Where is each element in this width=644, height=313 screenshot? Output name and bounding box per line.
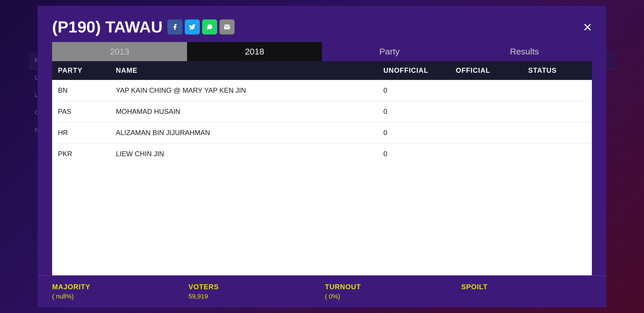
close-button[interactable]: × xyxy=(583,19,592,34)
stat-voters: VOTERS 59,919 xyxy=(189,283,319,300)
cell-unofficial: 0 xyxy=(383,86,456,94)
modal-title: (P190) TAWAU xyxy=(52,17,163,36)
tab-2018[interactable]: 2018 xyxy=(187,42,322,61)
tab-results[interactable]: Results xyxy=(457,42,592,61)
cell-name: LIEW CHIN JIN xyxy=(116,150,383,158)
tab-2013[interactable]: 2013 xyxy=(52,42,187,61)
modal-title-area: (P190) TAWAU xyxy=(52,17,235,36)
modal-footer: MAJORITY ( null%) VOTERS 59,919 TURNOUT … xyxy=(38,275,606,307)
table-row: PKR LIEW CHIN JIN 0 xyxy=(52,143,592,164)
stat-spoilt: SPOILT xyxy=(461,283,592,300)
spoilt-label: SPOILT xyxy=(461,283,592,291)
cell-name: ALIZAMAN BIN JIJURAHMAN xyxy=(116,129,383,137)
cell-party: BN xyxy=(58,86,116,94)
table-container: PARTY NAME UNOFFICIAL OFFICIAL STATUS BN… xyxy=(52,61,592,275)
voters-value: 59,919 xyxy=(189,293,319,300)
social-icons xyxy=(167,19,235,34)
header-official: OFFICIAL xyxy=(456,66,528,74)
majority-value: ( null%) xyxy=(52,293,183,300)
cell-unofficial: 0 xyxy=(383,129,456,137)
cell-unofficial: 0 xyxy=(383,108,456,116)
tab-party[interactable]: Party xyxy=(322,42,457,61)
whatsapp-icon[interactable] xyxy=(202,19,217,34)
facebook-icon[interactable] xyxy=(167,19,182,34)
cell-party: HR xyxy=(58,129,116,137)
voters-label: VOTERS xyxy=(189,283,319,291)
cell-name: MOHAMAD HUSAIN xyxy=(116,108,383,116)
modal: (P190) TAWAU xyxy=(38,6,606,307)
cell-name: YAP KAIN CHING @ MARY YAP KEN JIN xyxy=(116,86,383,94)
turnout-label: TURNOUT xyxy=(325,283,455,291)
header-unofficial: UNOFFICIAL xyxy=(383,66,456,74)
table-header: PARTY NAME UNOFFICIAL OFFICIAL STATUS xyxy=(52,61,592,80)
majority-label: MAJORITY xyxy=(52,283,183,291)
table-row: PAS MOHAMAD HUSAIN 0 xyxy=(52,101,592,122)
cell-party: PKR xyxy=(58,150,116,158)
table-row: BN YAP KAIN CHING @ MARY YAP KEN JIN 0 xyxy=(52,80,592,101)
email-icon[interactable] xyxy=(219,19,235,34)
header-party: PARTY xyxy=(58,66,116,74)
stat-turnout: TURNOUT ( 0%) xyxy=(325,283,455,300)
cell-unofficial: 0 xyxy=(383,150,456,158)
stat-majority: MAJORITY ( null%) xyxy=(52,283,183,300)
table-row: HR ALIZAMAN BIN JIJURAHMAN 0 xyxy=(52,122,592,143)
modal-header: (P190) TAWAU xyxy=(38,6,606,42)
tab-bar: 2013 2018 Party Results xyxy=(52,42,592,61)
twitter-icon[interactable] xyxy=(185,19,200,34)
cell-party: PAS xyxy=(58,108,116,116)
header-status: STATUS xyxy=(528,66,586,74)
header-name: NAME xyxy=(116,66,383,74)
turnout-value: ( 0%) xyxy=(325,293,455,300)
table-body: BN YAP KAIN CHING @ MARY YAP KEN JIN 0 P… xyxy=(52,80,592,275)
